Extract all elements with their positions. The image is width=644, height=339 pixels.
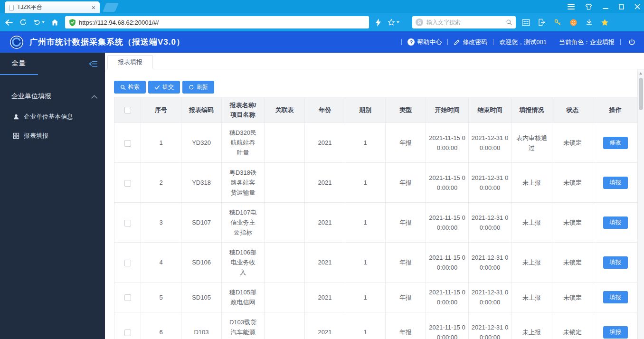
row-checkbox[interactable]	[124, 180, 131, 187]
row-action-button[interactable]: 填报	[603, 291, 628, 303]
theme-skin-icon[interactable]	[585, 3, 592, 10]
row-checkbox[interactable]	[124, 260, 131, 266]
cell-start-time: 2021-11-15 00:00:00	[426, 203, 469, 243]
row-checkbox[interactable]	[124, 330, 131, 336]
column-header: 结束时间	[469, 97, 511, 123]
undo-button[interactable]	[33, 19, 45, 26]
row-action-button[interactable]: 填报	[603, 326, 628, 339]
new-tab-button[interactable]	[103, 3, 119, 12]
row-checkbox[interactable]	[124, 140, 131, 147]
current-role: 当前角色：企业填报	[559, 38, 615, 47]
address-bar[interactable]	[65, 16, 369, 28]
url-input[interactable]	[79, 19, 365, 26]
favorites-star-button[interactable]	[388, 19, 399, 26]
search-magnifier-icon[interactable]	[506, 19, 512, 26]
web-search-input[interactable]	[426, 19, 502, 26]
maximize-button[interactable]	[619, 4, 624, 9]
collapse-menu-icon[interactable]	[89, 60, 97, 67]
cell-action: 填报	[593, 282, 638, 312]
cell-lock-status: 未锁定	[552, 163, 593, 203]
cell-period: 1	[345, 243, 386, 282]
download-icon[interactable]	[586, 19, 593, 26]
cell-end-time: 2021-12-31 00:00:00	[469, 312, 511, 339]
cell-report-code: SD107	[181, 203, 222, 243]
main-content: 报表填报 检索 提交 刷新	[105, 53, 644, 339]
feedback-smiley-icon[interactable]	[569, 19, 578, 27]
row-checkbox-cell	[114, 282, 141, 312]
browser-tab[interactable]: TJZK平台 ×	[5, 1, 100, 13]
cell-start-time: 2021-11-15 00:00:00	[426, 312, 469, 339]
cell-lock-status: 未锁定	[552, 312, 593, 339]
cell-seq: 1	[141, 123, 181, 163]
tab-report-fill[interactable]: 报表填报	[107, 55, 153, 69]
cell-related-table	[265, 243, 305, 282]
key-icon[interactable]	[554, 19, 561, 26]
cell-year: 2021	[305, 312, 345, 339]
select-all-checkbox[interactable]	[124, 107, 131, 113]
column-header: 报表名称/项目名称	[222, 97, 265, 123]
lightning-icon[interactable]	[375, 19, 381, 27]
cell-fill-status: 未上报	[511, 312, 552, 339]
refresh-button[interactable]	[19, 19, 27, 26]
cell-type: 年报	[386, 163, 426, 203]
cell-start-time: 2021-11-15 00:00:00	[426, 123, 469, 163]
cell-report-name: D103载货汽车能源消费	[222, 312, 265, 339]
cell-year: 2021	[305, 163, 345, 203]
table-row: 5 SD105 穗D105邮政电信网 2021 1 年报 2021-11-15 …	[114, 282, 638, 312]
logout-power-button[interactable]	[628, 38, 635, 46]
sidebar-group-enterprise[interactable]: 企业单位填报	[0, 85, 105, 107]
cell-year: 2021	[305, 203, 345, 243]
minimize-button[interactable]	[603, 4, 608, 9]
sidebar-tab-all[interactable]: 全量	[0, 53, 38, 75]
security-shield-icon	[69, 19, 76, 27]
cell-seq: 3	[141, 203, 181, 243]
search-box[interactable]: S	[412, 16, 516, 28]
role-label: 当前角色：企业填报	[559, 38, 615, 47]
back-button[interactable]	[5, 19, 13, 26]
tab-close-icon[interactable]: ×	[92, 4, 95, 11]
cell-seq: 2	[141, 163, 181, 203]
row-action-button[interactable]: 填报	[603, 217, 628, 229]
row-checkbox[interactable]	[124, 220, 131, 226]
cell-report-name: 穗D320民航航站吞吐量	[222, 123, 265, 163]
cell-related-table	[265, 203, 305, 243]
browser-menu-icon[interactable]	[568, 4, 575, 9]
login-exit-icon[interactable]	[538, 19, 546, 26]
close-button[interactable]	[635, 4, 640, 9]
sidebar: 全量 企业单位填报 企业单位基本信息 报表填报	[0, 53, 105, 339]
cell-report-code: SD106	[181, 243, 222, 282]
apps-grid-icon[interactable]	[522, 19, 530, 26]
submit-button[interactable]: 提交	[148, 81, 180, 94]
home-button[interactable]	[51, 19, 59, 26]
app-header: 广州市统计数据采集系统（报送端V3.0） 帮助中心 修改密码 欢迎您，测试001…	[0, 31, 644, 53]
row-checkbox[interactable]	[124, 294, 131, 301]
column-header: 状态	[552, 97, 593, 123]
favorites-dropdown-caret[interactable]	[397, 21, 399, 23]
undo-dropdown-caret[interactable]	[42, 21, 45, 23]
search-button[interactable]: 检索	[114, 81, 146, 94]
cell-seq: 5	[141, 282, 181, 312]
row-action-button[interactable]: 填报	[603, 256, 628, 269]
app-logo-icon	[9, 35, 24, 49]
cell-period: 1	[345, 163, 386, 203]
app-body: 全量 企业单位填报 企业单位基本信息 报表填报 报表填报 检索	[0, 53, 644, 339]
row-checkbox-cell	[114, 163, 141, 203]
row-action-button[interactable]: 填报	[603, 177, 628, 189]
bookmark-star-icon[interactable]	[601, 19, 609, 27]
cell-start-time: 2021-11-15 00:00:00	[426, 163, 469, 203]
grid-icon	[13, 132, 19, 139]
sidebar-item-report-fill[interactable]: 报表填报	[0, 126, 105, 145]
table-row: 2 YD318 粤D318铁路各站客货运输量 2021 1 年报 2021-11…	[114, 163, 638, 203]
help-center-link[interactable]: 帮助中心	[407, 38, 442, 47]
scroll-up-arrow[interactable]	[638, 69, 644, 76]
change-password-link[interactable]: 修改密码	[454, 38, 487, 47]
row-action-button[interactable]: 修改	[603, 137, 628, 149]
cell-lock-status: 未锁定	[552, 282, 593, 312]
sidebar-item-basic-info[interactable]: 企业单位基本信息	[0, 107, 105, 126]
cell-fill-status: 未上报	[511, 243, 552, 282]
scroll-thumb[interactable]	[639, 78, 643, 110]
refresh-list-button[interactable]: 刷新	[182, 81, 214, 94]
cell-report-name: 穗D105邮政电信网	[222, 282, 265, 312]
browser-window: TJZK平台 ×	[0, 0, 644, 31]
vertical-scrollbar[interactable]	[637, 69, 644, 339]
